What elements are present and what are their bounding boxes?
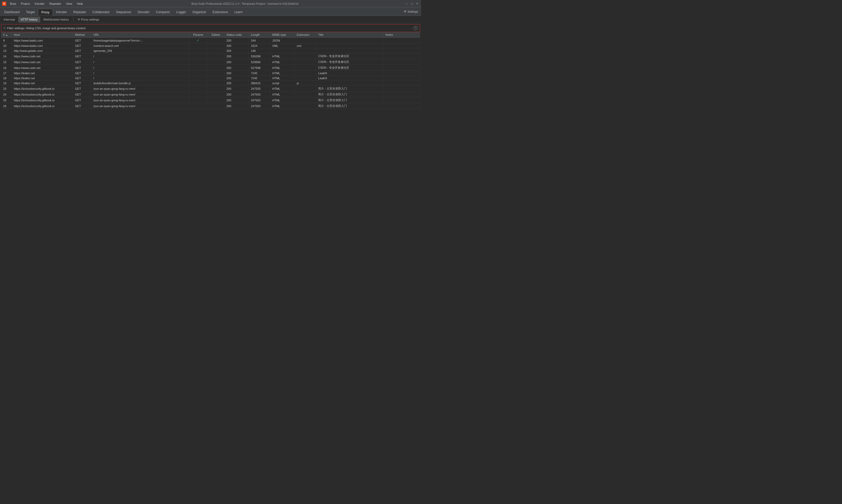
window-title: Burp Suite Professional v2023.11.1.4 - T… xyxy=(85,2,405,5)
sub-tab-proxy-settings[interactable]: ⚙ Proxy settings xyxy=(75,17,102,22)
nav-tab-learn[interactable]: Learn xyxy=(231,9,246,16)
table-row[interactable]: 13http://www.gstatic.comGET/generate_204… xyxy=(1,49,420,53)
col-header-edited[interactable]: Edited xyxy=(208,32,224,38)
menu-item-project[interactable]: Project xyxy=(19,2,32,6)
nav-tab-dashboard[interactable]: Dashboard xyxy=(1,9,23,16)
nav-tab-sequencer[interactable]: Sequencer xyxy=(113,9,135,16)
nav-tab-target[interactable]: Target xyxy=(23,9,38,16)
filter-bar-left: ▽ Filter settings: Hiding CSS, image and… xyxy=(3,26,86,30)
settings-button[interactable]: ⚙ Settings xyxy=(402,9,420,14)
minimize-icon[interactable]: – xyxy=(405,2,409,5)
sub-tab-intercept[interactable]: Intercept xyxy=(1,17,18,22)
table-header-row: #▲HostMethodURLParamsEditedStatus codeLe… xyxy=(1,32,420,38)
sub-nav-divider xyxy=(73,17,73,22)
menu-item-intruder[interactable]: Intruder xyxy=(33,2,47,6)
col-header-#[interactable]: #▲ xyxy=(1,32,12,38)
sub-tab-http-history[interactable]: HTTP history xyxy=(18,17,40,22)
nav-tab-repeater[interactable]: Repeater xyxy=(70,9,89,16)
nav-tab-decoder[interactable]: Decoder xyxy=(135,9,153,16)
main-nav: DashboardTargetProxyIntruderRepeaterColl… xyxy=(0,7,421,16)
gear-small-icon: ⚙ xyxy=(78,18,80,21)
table-row[interactable]: 17https://leakix.netGET/2007245HTMLLeakI… xyxy=(1,71,420,76)
filter-text: Filter settings: Hiding CSS, image and g… xyxy=(7,26,86,30)
table-row[interactable]: 26https://lzcloudsecurity.gitbook.ioGET/… xyxy=(1,103,420,109)
gear-icon: ⚙ xyxy=(404,10,406,13)
col-header-host[interactable]: Host xyxy=(12,32,73,38)
title-bar: B BurpProjectIntruderRepeaterViewHelp Bu… xyxy=(0,0,421,7)
nav-tab-collaborator[interactable]: Collaborator xyxy=(89,9,113,16)
nav-tab-logger[interactable]: Logger xyxy=(173,9,189,16)
table-row[interactable]: 10https://www.baidu.comGET/content-searc… xyxy=(1,43,420,49)
table-row[interactable]: 9https://www.baidu.comGET/home/page/data… xyxy=(1,38,420,43)
table-row[interactable]: 18https://leakix.netGET/2007245HTMLLeakI… xyxy=(1,76,420,81)
table-row[interactable]: 14https://www.csdn.netGET/200536398HTMLC… xyxy=(1,53,420,59)
table-row[interactable]: 16https://www.csdn.netGET/200527998HTMLC… xyxy=(1,65,420,71)
main-nav-tabs: DashboardTargetProxyIntruderRepeaterColl… xyxy=(1,7,246,16)
col-header-notes[interactable]: Notes xyxy=(383,32,420,38)
col-header-mime-type[interactable]: MIME type xyxy=(270,32,294,38)
burp-logo-icon: B xyxy=(2,2,6,6)
sub-nav: InterceptHTTP historyWebSockets history⚙… xyxy=(0,16,421,23)
col-header-extension[interactable]: Extension xyxy=(294,32,316,38)
col-header-url[interactable]: URL xyxy=(91,32,189,38)
table-row[interactable]: 19https://leakix.netGET/public/bundle/ma… xyxy=(1,81,420,86)
title-bar-menu: BurpProjectIntruderRepeaterViewHelp xyxy=(8,2,85,6)
help-icon[interactable]: ? xyxy=(413,26,418,30)
http-history-table: #▲HostMethodURLParamsEditedStatus codeLe… xyxy=(1,32,420,250)
menu-item-help[interactable]: Help xyxy=(75,2,85,6)
col-header-params[interactable]: Params xyxy=(189,32,208,38)
maximize-icon[interactable]: □ xyxy=(410,2,414,5)
filter-bar[interactable]: ▽ Filter settings: Hiding CSS, image and… xyxy=(1,24,420,32)
nav-tab-organizer[interactable]: Organizer xyxy=(189,9,210,16)
table-row[interactable]: 25https://lzcloudsecurity.gitbook.ioGET/… xyxy=(1,97,420,103)
col-header-title[interactable]: Title xyxy=(316,32,383,38)
menu-item-view[interactable]: View xyxy=(64,2,74,6)
checkmark-icon: ✓ xyxy=(197,38,199,42)
col-header-method[interactable]: Method xyxy=(73,32,91,38)
col-header-length[interactable]: Length xyxy=(249,32,270,38)
close-icon[interactable]: × xyxy=(415,2,419,5)
sub-tab-websockets-history[interactable]: WebSockets history xyxy=(41,17,72,22)
settings-label: Settings xyxy=(408,10,418,13)
nav-tab-proxy[interactable]: Proxy xyxy=(38,9,53,16)
title-bar-left: B BurpProjectIntruderRepeaterViewHelp xyxy=(2,2,85,6)
table-row[interactable]: 15https://www.csdn.netGET/200529966HTMLC… xyxy=(1,59,420,65)
table-row[interactable]: 23https://lzcloudsecurity.gitbook.ioGET/… xyxy=(1,86,420,92)
nav-tab-comparer[interactable]: Comparer xyxy=(153,9,173,16)
col-header-status-code[interactable]: Status code xyxy=(224,32,249,38)
menu-item-burp[interactable]: Burp xyxy=(8,2,18,6)
nav-tab-extensions[interactable]: Extensions xyxy=(210,9,231,16)
menu-item-repeater[interactable]: Repeater xyxy=(47,2,63,6)
nav-tab-intruder[interactable]: Intruder xyxy=(53,9,70,16)
table-row[interactable]: 24https://lzcloudsecurity.gitbook.ioGET/… xyxy=(1,92,420,97)
window-controls: – □ × xyxy=(405,2,419,5)
filter-icon: ▽ xyxy=(3,26,5,30)
